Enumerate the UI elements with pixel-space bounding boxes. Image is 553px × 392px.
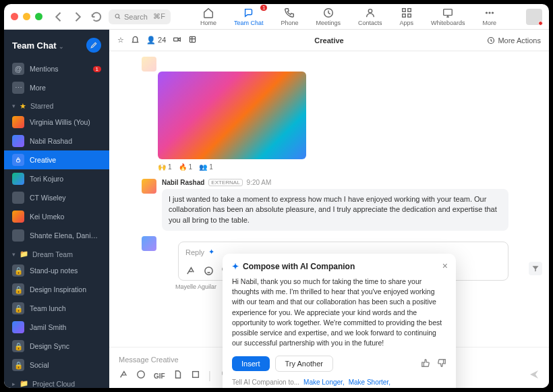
channel-item[interactable]: 🔒Design Sync xyxy=(4,337,109,356)
section-project-cloud[interactable]: ▸📁Project Cloud xyxy=(4,374,109,388)
reactions: 🙌1 🔥1 👥1 xyxy=(158,163,508,171)
close-window[interactable] xyxy=(11,13,18,20)
svg-point-15 xyxy=(205,267,212,275)
svg-rect-3 xyxy=(402,9,405,12)
maximize-window[interactable] xyxy=(35,13,42,20)
search-placeholder: Search xyxy=(124,13,148,21)
lock-icon: 🔒 xyxy=(12,302,24,314)
send-button[interactable] xyxy=(529,369,540,383)
search-shortcut: ⌘F xyxy=(153,12,165,21)
svg-point-2 xyxy=(368,9,372,13)
star-icon[interactable]: ☆ xyxy=(117,36,124,45)
tab-phone[interactable]: Phone xyxy=(281,7,298,26)
tab-more[interactable]: More xyxy=(483,7,497,26)
chat-header: ☆ 👤 24 Creative More Actions xyxy=(109,30,549,51)
tab-team-chat[interactable]: 1Team Chat xyxy=(234,7,264,26)
lock-icon: 🔒 xyxy=(12,283,24,296)
lock-icon: 🔒 xyxy=(12,340,24,352)
starred-item[interactable]: Virginia Willis (You) xyxy=(4,113,109,132)
thumbs-up-icon[interactable] xyxy=(421,358,430,369)
avatar[interactable] xyxy=(142,179,156,194)
svg-rect-12 xyxy=(174,38,179,41)
avatar-icon xyxy=(12,192,24,204)
new-window-icon[interactable] xyxy=(188,35,197,45)
svg-point-10 xyxy=(492,12,493,13)
format-icon[interactable] xyxy=(185,266,196,276)
emoji-icon[interactable] xyxy=(204,266,214,276)
avatar-icon xyxy=(12,211,24,223)
svg-point-8 xyxy=(486,12,487,13)
starred-item-creative[interactable]: Creative xyxy=(4,150,109,169)
sidebar-more[interactable]: ⋯More xyxy=(4,78,109,97)
svg-rect-21 xyxy=(192,372,198,378)
reaction[interactable]: 🙌1 xyxy=(158,163,172,171)
try-another-button[interactable]: Try Another xyxy=(275,356,333,372)
message-image[interactable] xyxy=(158,72,306,159)
thumbs-down-icon[interactable] xyxy=(437,358,446,369)
insert-button[interactable]: Insert xyxy=(232,356,270,371)
svg-rect-5 xyxy=(402,14,405,18)
format-icon[interactable] xyxy=(119,370,128,382)
emoji-icon[interactable] xyxy=(136,370,146,382)
sidebar: Team Chat ⌄ @Mentions1 ⋯More ▾★Starred V… xyxy=(4,30,109,388)
ai-body: Hi Nabil, thank you so much for taking t… xyxy=(232,277,446,349)
tab-meetings[interactable]: Meetings xyxy=(316,7,341,26)
global-search[interactable]: Search ⌘F xyxy=(109,9,171,24)
at-icon: @ xyxy=(12,63,24,75)
avatar-icon xyxy=(12,173,24,185)
reaction[interactable]: 🔥1 xyxy=(179,163,193,171)
tab-contacts[interactable]: Contacts xyxy=(358,7,382,26)
nav-forward[interactable] xyxy=(71,10,84,24)
bell-icon[interactable] xyxy=(131,35,140,45)
filter-button[interactable] xyxy=(529,262,542,275)
sidebar-mentions[interactable]: @Mentions1 xyxy=(4,59,109,78)
message-row: Nabil Rashad EXTERNAL 9:20 AM I just wan… xyxy=(142,179,508,231)
suggestion-shorter[interactable]: Make Shorter, xyxy=(349,379,390,386)
history-icon[interactable] xyxy=(90,10,103,24)
channel-item[interactable]: 🔒Social xyxy=(4,356,109,374)
starred-item[interactable]: Kei Umeko xyxy=(4,207,109,226)
file-icon[interactable] xyxy=(173,370,183,382)
lock-icon: 🔒 xyxy=(12,359,24,371)
minimize-window[interactable] xyxy=(23,13,30,20)
gif-button[interactable]: GIF xyxy=(154,372,165,380)
svg-point-20 xyxy=(138,371,145,379)
starred-item[interactable]: Shante Elena, Daniel Bow... xyxy=(4,226,109,245)
compose-button[interactable] xyxy=(86,38,101,53)
channel-item[interactable]: 🔒Team lunch xyxy=(4,299,109,318)
tab-apps[interactable]: Apps xyxy=(400,7,414,26)
titlebar: Search ⌘F Home 1Team Chat Phone Meetings… xyxy=(4,4,549,30)
svg-rect-11 xyxy=(17,159,20,162)
profile-avatar[interactable] xyxy=(526,9,542,25)
tab-whiteboards[interactable]: Whiteboards xyxy=(431,7,465,26)
screenshot-icon[interactable] xyxy=(191,370,200,382)
main-panel: ☆ 👤 24 Creative More Actions 🙌1 🔥1 👥1 xyxy=(109,30,549,388)
sparkle-icon: ✦ xyxy=(208,248,214,256)
channel-item[interactable]: 🔒Stand-up notes xyxy=(4,261,109,280)
reaction[interactable]: 👥1 xyxy=(199,163,213,171)
section-dream-team[interactable]: ▾📁Dream Team xyxy=(4,245,109,261)
svg-point-9 xyxy=(489,12,490,13)
svg-rect-7 xyxy=(444,9,453,16)
starred-item[interactable]: Nabil Rashad xyxy=(4,132,109,150)
starred-item[interactable]: Tori Kojuro xyxy=(4,169,109,188)
members-count[interactable]: 👤 24 xyxy=(146,36,166,45)
avatar-icon xyxy=(12,135,24,147)
channel-item[interactable]: 🔒Design Inspiration xyxy=(4,280,109,299)
tab-home[interactable]: Home xyxy=(200,7,216,26)
section-starred[interactable]: ▾★Starred xyxy=(4,97,109,113)
nav-back[interactable] xyxy=(52,10,65,24)
main-tabs: Home 1Team Chat Phone Meetings Contacts … xyxy=(176,7,521,26)
suggestion-longer[interactable]: Make Longer, xyxy=(303,379,345,386)
close-button[interactable]: × xyxy=(442,260,448,271)
ai-title: ✦Compose with AI Companion xyxy=(232,262,446,271)
ai-prompt-label: Tell AI Companion to... xyxy=(232,379,299,386)
video-icon[interactable] xyxy=(173,35,181,45)
avatar xyxy=(142,57,156,72)
starred-item[interactable]: CT Wiseley xyxy=(4,188,109,207)
external-badge: EXTERNAL xyxy=(208,179,242,186)
more-actions-button[interactable]: More Actions xyxy=(487,36,541,45)
presence-dot xyxy=(538,21,543,26)
lock-icon: 🔒 xyxy=(12,264,24,277)
channel-item[interactable]: Jamil Smith xyxy=(4,318,109,337)
